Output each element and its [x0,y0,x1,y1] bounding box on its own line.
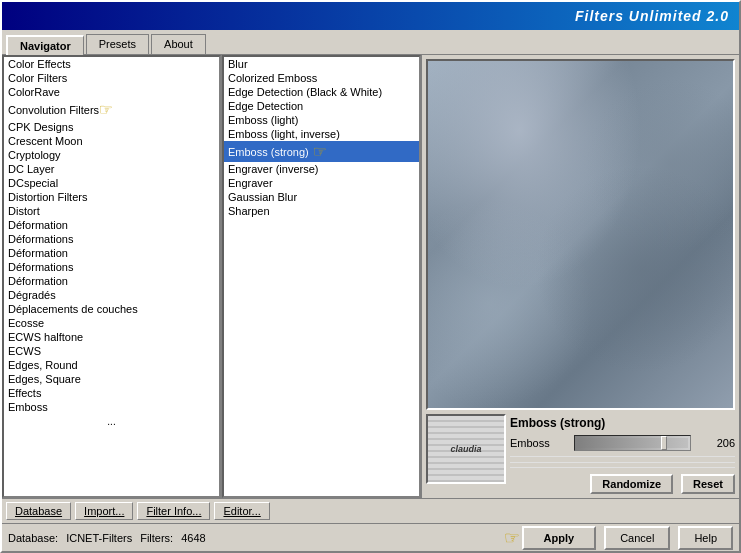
tabs-bar: Navigator Presets About [2,30,739,55]
list-item[interactable]: Color Filters [4,71,219,85]
filter-item[interactable]: Engraver (inverse) [224,162,419,176]
list-item[interactable]: Déplacements de couches [4,302,219,316]
thumbnail-inner: claudia [428,416,504,482]
filters-count: 4648 [181,532,205,544]
app-logo: Filters Unlimited 2.0 [575,8,729,24]
filter-item[interactable]: Sharpen [224,204,419,218]
list-item-convolution[interactable]: Convolution Filters ☜ [4,99,219,120]
bottom-info: claudia Emboss (strong) Emboss 206 [426,414,735,494]
list-item[interactable]: DC Layer [4,162,219,176]
filter-item[interactable]: Edge Detection (Black & White) [224,85,419,99]
apply-button[interactable]: Apply [522,526,597,550]
reset-button[interactable]: Reset [681,474,735,494]
apply-button-wrapper: ☜ Apply [504,526,597,550]
cancel-button[interactable]: Cancel [604,526,670,550]
filter-item[interactable]: Colorized Emboss [224,71,419,85]
list-item[interactable]: ECWS [4,344,219,358]
preview-image [428,61,733,408]
status-bar: Database: ICNET-Filters Filters: 4648 ☜ … [2,523,739,551]
list-item[interactable]: Dégradés [4,288,219,302]
filter-item[interactable]: Engraver [224,176,419,190]
list-item[interactable]: Déformation [4,246,219,260]
help-button[interactable]: Help [678,526,733,550]
hand-icon: ☜ [504,527,520,549]
list-item[interactable]: Edges, Round [4,358,219,372]
database-value: ICNET-Filters [66,532,132,544]
main-content: Color Effects Color Filters ColorRave Co… [2,55,739,498]
list-item[interactable]: DCspecial [4,176,219,190]
list-item[interactable]: Déformation [4,274,219,288]
slider-value: 206 [695,437,735,449]
title-bar: Filters Unlimited 2.0 [2,2,739,30]
list-item[interactable]: Emboss [4,400,219,414]
filter-item[interactable]: Gaussian Blur [224,190,419,204]
filter-item[interactable]: Blur [224,57,419,71]
left-panel: Color Effects Color Filters ColorRave Co… [2,55,222,498]
filter-info-button[interactable]: Filter Info... [137,502,210,520]
app-title: Filters Unlimited 2.0 [575,8,729,24]
list-item[interactable]: Distortion Filters [4,190,219,204]
empty-row [510,456,735,457]
list-item[interactable]: ColorRave [4,85,219,99]
bottom-toolbar: Database Import... Filter Info... Editor… [2,498,739,523]
empty-row [510,461,735,462]
list-item[interactable]: Edges, Square [4,372,219,386]
main-window: Filters Unlimited 2.0 Navigator Presets … [0,0,741,553]
arrow-indicator: ☜ [313,142,327,161]
tab-navigator[interactable]: Navigator [6,35,84,55]
editor-button[interactable]: Editor... [214,502,269,520]
list-item[interactable]: CPK Designs [4,120,219,134]
randomize-button[interactable]: Randomize [590,474,673,494]
middle-panel: Blur Colorized Emboss Edge Detection (Bl… [222,55,422,498]
list-item[interactable]: Déformation [4,218,219,232]
list-item[interactable]: Crescent Moon [4,134,219,148]
tab-presets[interactable]: Presets [86,34,149,54]
preview-area [426,59,735,410]
slider-label: Emboss [510,437,570,449]
list-item[interactable]: Déformations [4,232,219,246]
import-button[interactable]: Import... [75,502,133,520]
arrow-indicator: ☜ [99,100,113,119]
list-item[interactable]: Distort [4,204,219,218]
list-item[interactable]: ECWS halftone [4,330,219,344]
empty-row [510,467,735,468]
list-item[interactable]: Effects [4,386,219,400]
filter-name-display: Emboss (strong) [510,414,735,432]
list-item[interactable]: Déformations [4,260,219,274]
thumbnail: claudia [426,414,506,484]
filter-item[interactable]: Emboss (light) [224,113,419,127]
list-item[interactable]: Cryptology [4,148,219,162]
navigator-list[interactable]: Color Effects Color Filters ColorRave Co… [2,55,221,498]
thumbnail-label: claudia [450,444,481,454]
slider-row: Emboss 206 [510,432,735,454]
right-panel: claudia Emboss (strong) Emboss 206 [422,55,739,498]
filter-item-selected[interactable]: Emboss (strong) ☜ [224,141,419,162]
database-button[interactable]: Database [6,502,71,520]
filter-item[interactable]: Emboss (light, inverse) [224,127,419,141]
info-area: Emboss (strong) Emboss 206 Randomize [510,414,735,494]
slider-track[interactable] [574,435,691,451]
filter-list[interactable]: Blur Colorized Emboss Edge Detection (Bl… [222,55,421,498]
filter-item[interactable]: Edge Detection [224,99,419,113]
filters-label: Filters: [140,532,173,544]
list-item[interactable]: Ecosse [4,316,219,330]
list-item[interactable]: Color Effects [4,57,219,71]
database-label: Database: [8,532,58,544]
tab-about[interactable]: About [151,34,206,54]
